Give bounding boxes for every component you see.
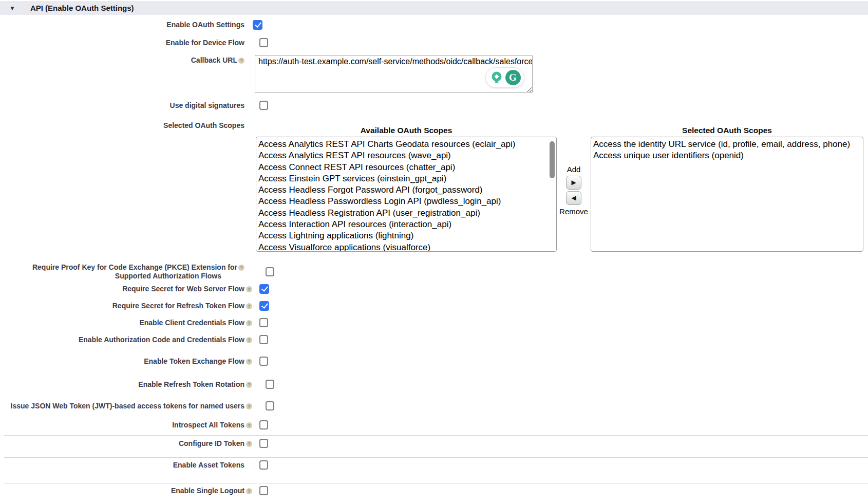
listbox-scrollbar-thumb[interactable] [550,141,555,178]
web-server-flow-checkbox[interactable] [259,284,269,294]
introspect-tokens-label: Introspect All Tokens? [0,421,244,430]
help-icon[interactable]: ? [238,58,244,64]
single-logout-checkbox[interactable] [259,486,268,495]
asset-tokens-label: Enable Asset Tokens [0,461,244,470]
available-scopes-listbox[interactable]: Access Analytics REST API Charts Geodata… [256,137,557,252]
row-divider [4,457,868,458]
token-rotation-row: Enable Refresh Token Rotation? [0,379,868,389]
token-rotation-label: Enable Refresh Token Rotation? [0,380,244,389]
asset-tokens-row: Enable Asset Tokens [0,460,868,470]
scope-option[interactable]: Access the identity URL service (id, pro… [593,139,863,150]
scope-option[interactable]: Access Lightning applications (lightning… [258,230,556,241]
auth-code-credentials-label: Enable Authorization Code and Credential… [0,335,244,344]
pkce-row: Require Proof Key for Code Exchange (PKC… [0,263,868,281]
client-credentials-checkbox[interactable] [259,318,268,327]
remove-scope-button[interactable]: ◀ [566,191,581,205]
callback-url-row: Callback URL? https://auth-test.example.… [0,55,868,94]
help-icon[interactable]: ? [246,422,252,428]
digital-signatures-checkbox[interactable] [259,101,268,110]
help-icon[interactable]: ? [246,359,252,365]
auth-code-credentials-row: Enable Authorization Code and Credential… [0,334,868,345]
section-title: API (Enable OAuth Settings) [30,4,134,12]
row-divider [4,435,868,436]
help-icon[interactable]: ? [246,303,252,309]
help-icon[interactable]: ? [246,403,252,409]
configure-id-token-label: Configure ID Token? [0,439,244,448]
oauth-section-header: ▼ API (Enable OAuth Settings) [0,1,868,15]
jwt-named-users-label: Issue JSON Web Token (JWT)-based access … [0,402,244,410]
help-icon[interactable]: ? [238,265,244,271]
selected-scopes-listbox[interactable]: Access the identity URL service (id, pro… [591,137,863,252]
device-flow-label: Enable for Device Flow [0,39,244,47]
device-flow-checkbox[interactable] [259,38,268,47]
help-icon[interactable]: ? [246,488,252,494]
token-rotation-checkbox[interactable] [266,380,274,389]
web-server-flow-row: Require Secret for Web Server Flow? [0,284,868,294]
scope-option[interactable]: Access Connect REST API resources (chatt… [258,162,556,173]
callback-url-label: Callback URL? [0,55,244,65]
selected-scopes-header: Selected OAuth Scopes [591,126,863,137]
lightbulb-sparkle-icon[interactable] [489,70,504,85]
available-scopes-header: Available OAuth Scopes [256,126,557,137]
device-flow-row: Enable for Device Flow [0,38,868,48]
digital-signatures-row: Use digital signatures [0,100,868,110]
configure-id-token-row: Configure ID Token? [0,438,868,449]
scope-option[interactable]: Access Headless Forgot Password API (for… [258,184,556,196]
refresh-token-flow-label: Require Secret for Refresh Token Flow? [0,302,244,310]
pkce-checkbox[interactable] [266,267,274,276]
scope-option[interactable]: Access Visualforce applications (visualf… [258,242,556,252]
scope-transfer-controls: Add ▶ ◀ Remove [557,119,591,252]
configure-id-token-checkbox[interactable] [259,439,268,448]
collapse-triangle-icon[interactable]: ▼ [9,5,15,11]
remove-label: Remove [559,207,588,216]
add-scope-button[interactable]: ▶ [566,176,581,190]
scope-option[interactable]: Access Interaction API resources (intera… [258,219,556,230]
scope-option[interactable]: Access Einstein GPT services (einstein_g… [258,173,556,184]
client-credentials-row: Enable Client Credentials Flow? [0,318,868,328]
client-credentials-label: Enable Client Credentials Flow? [0,319,244,327]
refresh-token-flow-row: Require Secret for Refresh Token Flow? [0,301,868,311]
digital-signatures-label: Use digital signatures [0,101,244,110]
row-divider [4,483,868,483]
asset-tokens-checkbox[interactable] [259,460,268,470]
enable-oauth-label: Enable OAuth Settings [0,21,244,29]
token-exchange-checkbox[interactable] [259,357,268,366]
enable-oauth-checkbox[interactable] [253,20,262,30]
single-logout-label: Enable Single Logout? [0,487,244,495]
help-icon[interactable]: ? [246,320,252,326]
token-exchange-row: Enable Token Exchange Flow? [0,356,868,366]
scope-option[interactable]: Access Headless Registration API (user_r… [258,208,556,219]
introspect-tokens-row: Introspect All Tokens? [0,420,868,430]
add-label: Add [567,164,581,174]
oauth-scopes-label: Selected OAuth Scopes [0,119,244,130]
scope-option[interactable]: Access Headless Passwordless Login API (… [258,196,556,207]
grammarly-icon[interactable]: G [505,70,521,85]
refresh-token-flow-checkbox[interactable] [259,301,269,311]
single-logout-row: Enable Single Logout? [0,486,868,496]
help-icon[interactable]: ? [246,382,252,388]
browser-extension-pill: G [485,67,524,88]
web-server-flow-label: Require Secret for Web Server Flow? [0,285,244,293]
token-exchange-label: Enable Token Exchange Flow? [0,357,244,366]
scope-option[interactable]: Access Analytics REST API resources (wav… [258,150,556,161]
help-icon[interactable]: ? [246,441,252,447]
introspect-tokens-checkbox[interactable] [259,420,268,430]
scope-option[interactable]: Access Analytics REST API Charts Geodata… [258,139,556,150]
auth-code-credentials-checkbox[interactable] [259,335,268,344]
scope-option[interactable]: Access unique user identifiers (openid) [593,150,863,161]
jwt-named-users-row: Issue JSON Web Token (JWT)-based access … [0,401,868,411]
help-icon[interactable]: ? [246,286,252,292]
enable-oauth-row: Enable OAuth Settings [0,20,868,30]
pkce-label: Require Proof Key for Code Exchange (PKC… [0,263,244,281]
help-icon[interactable]: ? [246,337,252,343]
jwt-named-users-checkbox[interactable] [266,401,274,410]
oauth-scopes-row: Selected OAuth Scopes Available OAuth Sc… [0,119,868,252]
